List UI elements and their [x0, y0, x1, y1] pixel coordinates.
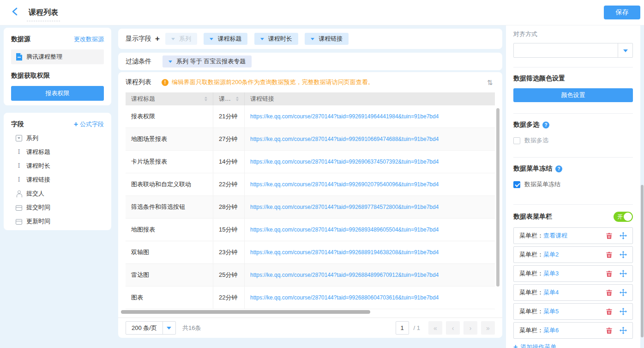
table-vertical-scrollbar[interactable] — [496, 108, 500, 287]
menu-item-name[interactable]: 查看课程 — [543, 232, 567, 240]
delete-icon[interactable] — [606, 289, 613, 296]
menu-item-name[interactable]: 菜单2 — [543, 250, 559, 259]
divider — [513, 157, 633, 158]
menu-freeze-checkbox[interactable] — [513, 181, 520, 188]
help-icon[interactable]: ? — [542, 122, 549, 128]
menu-bar-item: 菜单栏： 菜单5 — [513, 303, 633, 320]
move-icon[interactable] — [620, 251, 627, 258]
warning-icon: ! — [162, 79, 169, 86]
display-field-tag[interactable]: 课程时长 — [254, 33, 298, 45]
field-item[interactable]: 提交时间 — [11, 201, 104, 214]
cell-course-title: 卡片场景报表 — [126, 151, 213, 173]
chevron-down-icon — [210, 38, 213, 42]
course-link[interactable]: https://ke.qq.com/course/2870144?taid=99… — [250, 272, 439, 278]
menu-bar-item: 菜单栏： 菜单4 — [513, 284, 633, 301]
course-link[interactable]: https://ke.qq.com/course/2870144?taid=99… — [250, 204, 439, 210]
datasource-item[interactable]: 腾讯课程整理 — [11, 49, 104, 64]
chevron-down-icon — [618, 43, 632, 57]
table-menu-title: 数据表菜单栏 — [513, 213, 552, 221]
preview-notice: ! 编辑界面只取数据源前200条作为查询数据预览，完整数据请访问页面查看。 — [162, 78, 374, 86]
course-link[interactable]: https://ke.qq.com/course/2870144?taid=99… — [250, 249, 439, 256]
course-link[interactable]: https://ke.qq.com/course/2870144?taid=99… — [250, 181, 439, 188]
menu-item-name[interactable]: 菜单5 — [543, 307, 559, 316]
course-link[interactable]: https://ke.qq.com/course/2870144?taid=99… — [250, 136, 439, 142]
delete-icon[interactable] — [606, 232, 613, 239]
menu-item-name[interactable]: 菜单3 — [543, 269, 559, 278]
help-icon[interactable]: ? — [555, 165, 562, 172]
display-field-tags: 系列 课程标题 课程时长 课程链接 — [165, 33, 353, 45]
cell-course-duration: 15分钟 — [213, 219, 245, 241]
field-label: 课程链接 — [26, 176, 50, 184]
report-permission-button[interactable]: 报表权限 — [11, 86, 104, 101]
sort-arrows-icon[interactable] — [202, 95, 207, 103]
multi-select-checkbox[interactable] — [513, 137, 520, 144]
align-select[interactable] — [513, 43, 633, 58]
move-icon[interactable] — [620, 308, 627, 315]
delete-icon[interactable] — [606, 270, 613, 277]
color-settings-button[interactable]: 颜色设置 — [513, 88, 633, 102]
field-item[interactable]: 更新时间 — [11, 214, 104, 228]
table-menu-toggle[interactable]: 开 — [614, 212, 633, 222]
total-count: 共16条 — [182, 324, 201, 332]
field-item[interactable]: 课程链接 — [11, 173, 104, 187]
field-item[interactable]: 课程标题 — [11, 145, 104, 159]
field-label: 提交人 — [26, 189, 44, 198]
change-datasource-link[interactable]: 更改数据源 — [74, 35, 104, 43]
field-item[interactable]: 提交人 — [11, 187, 104, 201]
field-label: 更新时间 — [26, 217, 50, 226]
move-icon[interactable] — [620, 232, 627, 239]
field-item[interactable]: 系列 — [11, 131, 104, 145]
cell-course-title: 图表 — [126, 287, 213, 309]
chevron-down-icon — [163, 322, 175, 334]
text-field-icon — [16, 163, 22, 169]
fields-card: 字段 + 公式字段 系列 课程标题 课程时长 课程链接 — [4, 113, 111, 230]
cell-course-title: 图表联动和自定义联动 — [126, 173, 213, 195]
cell-course-duration: 21分钟 — [213, 105, 245, 128]
table-horizontal-scrollbar[interactable] — [121, 310, 370, 314]
display-field-tag[interactable]: 课程标题 — [204, 33, 247, 45]
datasource-title: 数据源 — [11, 35, 30, 43]
course-link[interactable]: https://ke.qq.com/course/2870144?taid=99… — [250, 159, 439, 165]
add-formula-field-link[interactable]: + 公式字段 — [74, 120, 104, 128]
move-icon[interactable] — [620, 327, 627, 334]
add-display-field-button[interactable]: + — [155, 34, 160, 43]
sort-arrows-icon[interactable] — [233, 95, 239, 103]
cell-course-title: 报表权限 — [126, 105, 213, 128]
align-label: 对齐方式 — [513, 30, 633, 38]
next-page-button[interactable]: › — [463, 321, 477, 335]
course-link[interactable]: https://ke.qq.com/course/2870144?taid=99… — [250, 113, 439, 120]
cell-course-duration: 22分钟 — [213, 287, 245, 309]
filter-color-title: 数据筛选颜色设置 — [513, 74, 633, 83]
document-icon — [16, 53, 23, 61]
delete-icon[interactable] — [606, 308, 613, 315]
page-scrollbar[interactable] — [641, 185, 644, 337]
divider — [513, 113, 633, 114]
field-label: 系列 — [26, 134, 38, 142]
date-field-icon — [16, 219, 22, 225]
last-page-button[interactable]: » — [481, 321, 495, 335]
filter-condition-tag[interactable]: 系列 等于 百宝云报表专题 — [163, 55, 252, 67]
back-button[interactable] — [9, 7, 20, 18]
column-header-title[interactable]: 课程标题 — [126, 92, 213, 105]
save-button[interactable]: 保存 — [604, 6, 640, 19]
move-icon[interactable] — [620, 289, 627, 296]
add-operation-menu-button[interactable]: + 添加操作菜单 — [513, 343, 633, 348]
delete-icon[interactable] — [606, 251, 613, 258]
move-icon[interactable] — [620, 270, 627, 277]
current-page-input[interactable]: 1 — [396, 321, 409, 335]
prev-page-button[interactable]: ‹ — [446, 321, 460, 335]
menu-item-name[interactable]: 菜单6 — [543, 326, 559, 335]
toggle-on-label: 开 — [617, 214, 623, 220]
column-header-duration[interactable]: 课程... — [213, 92, 245, 105]
course-link[interactable]: https://ke.qq.com/course/2870144?taid=99… — [250, 294, 439, 301]
sort-order-icon[interactable]: ⇅ — [483, 76, 497, 90]
display-field-tag[interactable]: 系列 — [165, 33, 197, 45]
page-size-select[interactable]: 200 条/页 — [126, 321, 176, 335]
first-page-button[interactable]: « — [428, 321, 442, 335]
pagination-nav: « ‹ › » — [428, 321, 495, 335]
delete-icon[interactable] — [606, 327, 613, 334]
field-item[interactable]: 课程时长 — [11, 159, 104, 173]
display-field-tag[interactable]: 课程链接 — [305, 33, 349, 45]
menu-item-name[interactable]: 菜单4 — [543, 288, 559, 297]
course-link[interactable]: https://ke.qq.com/course/2870144?taid=99… — [250, 226, 439, 233]
